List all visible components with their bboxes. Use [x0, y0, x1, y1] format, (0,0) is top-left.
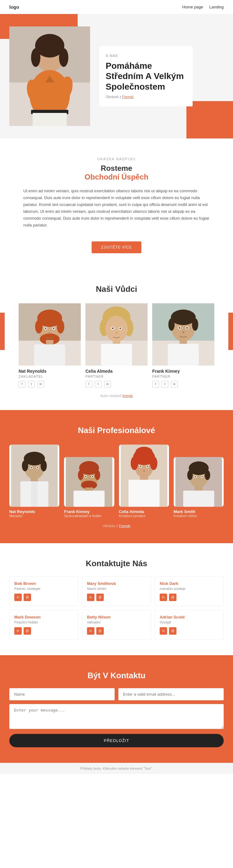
contact-3-linkedin-icon[interactable]: in [14, 627, 22, 635]
contact-title: Kontaktujte Nás [9, 559, 224, 568]
leaders-title: Naši Vůdci [9, 284, 224, 294]
leader-1-instagram-icon[interactable]: in [104, 381, 111, 388]
form-title: Být V Kontaktu [9, 671, 224, 680]
contact-socials-3: in @ [14, 627, 73, 635]
svg-point-17 [35, 320, 42, 334]
svg-point-48 [179, 327, 180, 329]
contact-socials-5: in @ [160, 627, 219, 635]
contact-socials-1: in @ [87, 594, 146, 601]
leader-img-1 [86, 303, 147, 366]
contact-socials-0: in @ [14, 594, 73, 601]
nav-landing[interactable]: Landing [209, 5, 224, 9]
leaders-grid: Nat Reynolds ZAKLADATEL f t in [15, 303, 218, 388]
svg-point-61 [37, 467, 38, 468]
svg-point-82 [135, 447, 153, 458]
svg-point-80 [131, 456, 138, 470]
prof-role-0: Manažer [9, 514, 59, 518]
contact-2-email-icon[interactable]: @ [169, 594, 176, 601]
prof-role-3: Kreativní vůdce [174, 514, 224, 518]
hero-title: Pomáháme Středním A Velkým Společnostem [106, 61, 187, 92]
prof-card-0: Nat Reynolds Manažer [9, 444, 59, 518]
leader-2-twitter-icon[interactable]: t [162, 381, 168, 388]
professionals-grid: Nat Reynolds Manažer [9, 444, 224, 518]
contact-0-email-icon[interactable]: @ [24, 594, 31, 601]
svg-point-4 [31, 48, 40, 67]
nav-home[interactable]: Home page [182, 5, 203, 9]
leader-name-1: Celia Almeda [86, 369, 147, 374]
contact-2-linkedin-icon[interactable]: in [160, 594, 167, 601]
about-body: Ut enim ad minim veniam, quis nostrud ex… [23, 188, 210, 229]
contact-0-linkedin-icon[interactable]: in [14, 594, 22, 601]
leader-0-twitter-icon[interactable]: t [28, 381, 35, 388]
contact-role-0: Partner, strategie [14, 587, 73, 590]
prof-card-2: Celia Almeda Kreativní poradce [119, 444, 169, 518]
navigation: logo Home page Landing [0, 0, 233, 14]
about-cta-button[interactable]: ZJISTĚTE VÍCE [92, 241, 141, 253]
email-input[interactable] [119, 688, 224, 700]
about-title: Rosteme Obchodní Úspěch [9, 164, 224, 181]
leader-2-instagram-icon[interactable]: in [171, 381, 178, 388]
svg-point-23 [53, 327, 55, 329]
contact-name-5: Adrian Scold [160, 615, 219, 619]
contact-5-email-icon[interactable]: @ [169, 627, 176, 635]
contact-card-5: Adrian Scold Vývojář in @ [155, 610, 224, 640]
leader-role-1: PARTNER [86, 375, 147, 378]
hero-credit-link[interactable]: Freepik [122, 95, 134, 99]
contact-5-linkedin-icon[interactable]: in [160, 627, 167, 635]
nav-links: Home page Landing [182, 5, 224, 9]
contact-grid: Bob Brown Partner, strategie in @ Mary S… [9, 576, 224, 640]
prof-img-0 [9, 444, 59, 507]
contact-name-0: Bob Brown [14, 581, 73, 586]
prof-img-1 [64, 457, 114, 507]
svg-point-50 [182, 331, 185, 333]
professionals-credit: Obrázky z Freepik [9, 524, 224, 528]
leader-1-twitter-icon[interactable]: t [95, 381, 102, 388]
leader-0-instagram-icon[interactable]: in [37, 381, 44, 388]
message-input[interactable] [9, 704, 224, 729]
contact-4-linkedin-icon[interactable]: in [87, 627, 94, 635]
contact-4-email-icon[interactable]: @ [96, 627, 104, 635]
contact-1-email-icon[interactable]: @ [96, 594, 104, 601]
leader-card-0: Nat Reynolds ZAKLADATEL f t in [19, 303, 81, 388]
contact-socials-2: in @ [160, 594, 219, 601]
leaders-section: Naši Vůdci [0, 272, 233, 410]
contact-3-email-icon[interactable]: @ [24, 627, 31, 635]
prof-img-2 [119, 444, 169, 507]
leaders-credit-link[interactable]: freepik [123, 394, 133, 398]
contact-card-4: Betty Nilson náhradní in @ [82, 610, 151, 640]
prof-name-0: Nat Reynolds [9, 509, 59, 514]
leader-card-2: Frank Kinney PARTNER f t in [152, 303, 214, 388]
prof-name-1: Frank Kinney [64, 509, 114, 514]
name-input[interactable] [9, 688, 114, 700]
prof-card-1: Frank Kinney Spoluzakladatel a ředitel [64, 457, 114, 518]
contact-socials-4: in @ [87, 627, 146, 635]
logo: logo [9, 4, 19, 10]
leader-1-facebook-icon[interactable]: f [86, 381, 92, 388]
submit-button[interactable]: PŘEDLOŽIT [9, 734, 224, 747]
svg-point-60 [31, 467, 32, 468]
contact-name-1: Mary Smithová [87, 581, 146, 586]
leader-0-facebook-icon[interactable]: f [19, 381, 26, 388]
contact-role-2: manažer prodeje [160, 587, 219, 590]
leaders-wrapper: Nat Reynolds ZAKLADATEL f t in [9, 303, 224, 388]
svg-point-45 [192, 318, 198, 331]
hero-orange-bottom-decoration [187, 101, 233, 138]
svg-rect-26 [34, 344, 65, 366]
hero-text-box: O NÁS Pomáháme Středním A Velkým Společn… [99, 46, 193, 107]
svg-point-74 [92, 476, 93, 477]
prof-name-3: Mark Smith [174, 509, 224, 514]
svg-rect-89 [128, 480, 159, 507]
hero-credit: Obrázek z Freepik [106, 95, 187, 99]
orange-bar-left-decoration [0, 313, 5, 350]
leader-name-2: Frank Kinney [152, 369, 214, 374]
svg-point-85 [140, 466, 141, 467]
hero-image [9, 26, 90, 126]
contact-1-linkedin-icon[interactable]: in [87, 594, 94, 601]
svg-point-68 [78, 470, 84, 480]
hero-section: O NÁS Pomáháme Středním A Velkým Společn… [0, 14, 233, 138]
contact-role-3: Finanční ředitel [14, 620, 73, 624]
svg-point-36 [120, 327, 121, 329]
leader-2-facebook-icon[interactable]: f [152, 381, 159, 388]
prof-name-2: Celia Almeda [119, 509, 169, 514]
prof-credit-link[interactable]: Freepik [119, 524, 131, 528]
